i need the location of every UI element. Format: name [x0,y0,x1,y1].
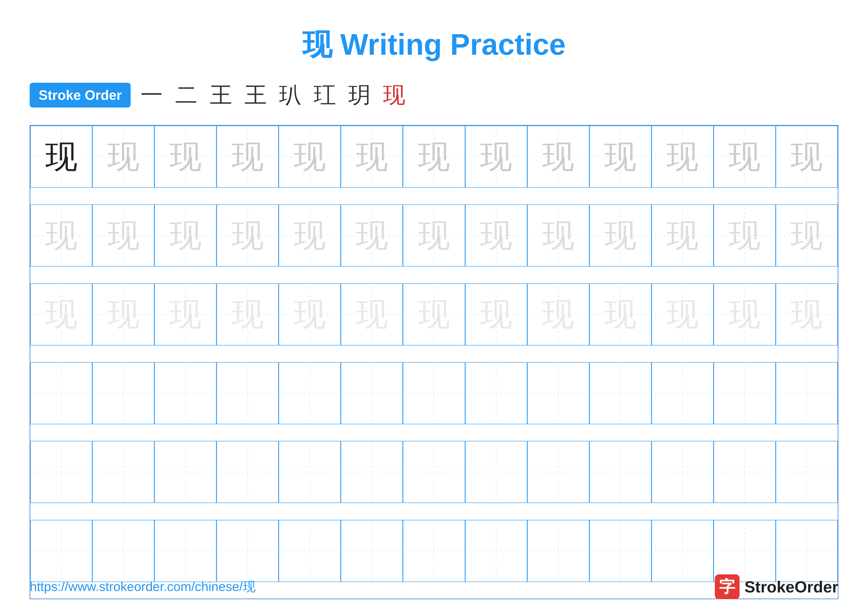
grid-cell-1-12[interactable]: 现 [776,204,838,266]
grid-cell-5-11[interactable] [714,520,776,582]
grid-cell-0-4[interactable]: 现 [279,126,341,188]
grid-cell-3-1[interactable] [92,362,154,424]
grid-cell-0-1[interactable]: 现 [92,126,154,188]
grid-cell-1-11[interactable]: 现 [714,204,776,266]
grid-cell-5-7[interactable] [465,520,527,582]
grid-cell-1-9[interactable]: 现 [589,204,651,266]
grid-cell-1-4[interactable]: 现 [279,204,341,266]
grid-cell-0-12[interactable]: 现 [776,126,838,188]
grid-cell-4-12[interactable] [776,441,838,503]
grid-cell-5-0[interactable] [30,520,92,582]
grid-char-2-7: 现 [480,298,512,330]
grid-cell-0-6[interactable]: 现 [403,126,465,188]
grid-cell-5-5[interactable] [341,520,403,582]
grid-cell-1-0[interactable]: 现 [30,204,92,266]
stroke-order-row: Stroke Order 一二王王玐玒玥现 [30,80,838,110]
grid-cell-3-0[interactable] [30,362,92,424]
grid-cell-1-2[interactable]: 现 [154,204,217,266]
grid-cell-5-8[interactable] [527,520,589,582]
grid-char-1-4: 现 [294,219,326,252]
grid-cell-3-11[interactable] [714,362,776,424]
grid-cell-0-3[interactable]: 现 [217,126,279,188]
stroke-seq-char-2: 王 [210,80,232,110]
grid-char-0-10: 现 [666,141,699,173]
grid-cell-3-3[interactable] [217,362,279,424]
grid-cell-2-1[interactable]: 现 [92,283,154,345]
grid-cell-5-12[interactable] [776,520,838,582]
grid-char-1-9: 现 [604,219,636,252]
grid-cell-4-4[interactable] [279,441,341,503]
grid-cell-5-10[interactable] [651,520,714,582]
grid-cell-4-3[interactable] [217,441,279,503]
grid-cell-4-0[interactable] [30,441,92,503]
grid-cell-3-2[interactable] [154,362,217,424]
grid-cell-0-9[interactable]: 现 [589,126,651,188]
grid-char-0-1: 现 [107,141,140,173]
grid-cell-2-7[interactable]: 现 [465,283,527,345]
grid-char-1-7: 现 [480,219,512,252]
grid-cell-2-2[interactable]: 现 [154,283,217,345]
grid-cell-4-7[interactable] [465,441,527,503]
grid-cell-2-11[interactable]: 现 [714,283,776,345]
grid-cell-4-6[interactable] [403,441,465,503]
grid-cell-0-10[interactable]: 现 [651,126,714,188]
grid-char-0-6: 现 [418,141,450,173]
grid-cell-0-5[interactable]: 现 [341,126,403,188]
footer: https://www.strokeorder.com/chinese/现 字 … [30,574,838,599]
grid-char-2-10: 现 [666,298,699,330]
grid-cell-0-2[interactable]: 现 [154,126,217,188]
grid-cell-5-4[interactable] [279,520,341,582]
grid-cell-1-1[interactable]: 现 [92,204,154,266]
grid-cell-5-1[interactable] [92,520,154,582]
grid-char-0-7: 现 [480,141,512,173]
grid-cell-2-10[interactable]: 现 [651,283,714,345]
grid-cell-2-6[interactable]: 现 [403,283,465,345]
grid-char-2-3: 现 [232,298,264,330]
grid-char-2-1: 现 [107,298,140,330]
grid-char-1-10: 现 [666,219,699,252]
grid-cell-4-5[interactable] [341,441,403,503]
grid-cell-1-5[interactable]: 现 [341,204,403,266]
grid-cell-3-4[interactable] [279,362,341,424]
grid-cell-5-9[interactable] [589,520,651,582]
grid-char-2-12: 现 [790,298,823,330]
grid-cell-0-7[interactable]: 现 [465,126,527,188]
grid-char-1-11: 现 [728,219,761,252]
grid-cell-3-7[interactable] [465,362,527,424]
grid-cell-2-9[interactable]: 现 [589,283,651,345]
grid-cell-2-0[interactable]: 现 [30,283,92,345]
grid-cell-4-11[interactable] [714,441,776,503]
grid-char-1-2: 现 [169,219,202,252]
grid-cell-3-8[interactable] [527,362,589,424]
footer-logo: 字 StrokeOrder [715,574,838,599]
stroke-seq-char-0: 一 [141,80,163,110]
grid-cell-2-5[interactable]: 现 [341,283,403,345]
grid-cell-4-2[interactable] [154,441,217,503]
grid-cell-0-0[interactable]: 现 [30,126,92,188]
grid-cell-2-12[interactable]: 现 [776,283,838,345]
grid-cell-2-8[interactable]: 现 [527,283,589,345]
grid-cell-3-5[interactable] [341,362,403,424]
grid-cell-5-2[interactable] [154,520,217,582]
grid-cell-4-10[interactable] [651,441,714,503]
grid-cell-2-3[interactable]: 现 [217,283,279,345]
grid-cell-3-9[interactable] [589,362,651,424]
grid-cell-2-4[interactable]: 现 [279,283,341,345]
grid-cell-4-9[interactable] [589,441,651,503]
grid-cell-5-3[interactable] [217,520,279,582]
grid-cell-1-10[interactable]: 现 [651,204,714,266]
grid-cell-1-8[interactable]: 现 [527,204,589,266]
grid-cell-3-12[interactable] [776,362,838,424]
grid-cell-4-1[interactable] [92,441,154,503]
grid-cell-4-8[interactable] [527,441,589,503]
stroke-order-badge: Stroke Order [30,83,131,107]
grid-cell-3-6[interactable] [403,362,465,424]
grid-cell-1-3[interactable]: 现 [217,204,279,266]
grid-cell-0-8[interactable]: 现 [527,126,589,188]
stroke-seq-char-4: 玐 [279,80,301,110]
grid-cell-0-11[interactable]: 现 [714,126,776,188]
grid-cell-1-7[interactable]: 现 [465,204,527,266]
grid-cell-1-6[interactable]: 现 [403,204,465,266]
grid-cell-5-6[interactable] [403,520,465,582]
grid-cell-3-10[interactable] [651,362,714,424]
